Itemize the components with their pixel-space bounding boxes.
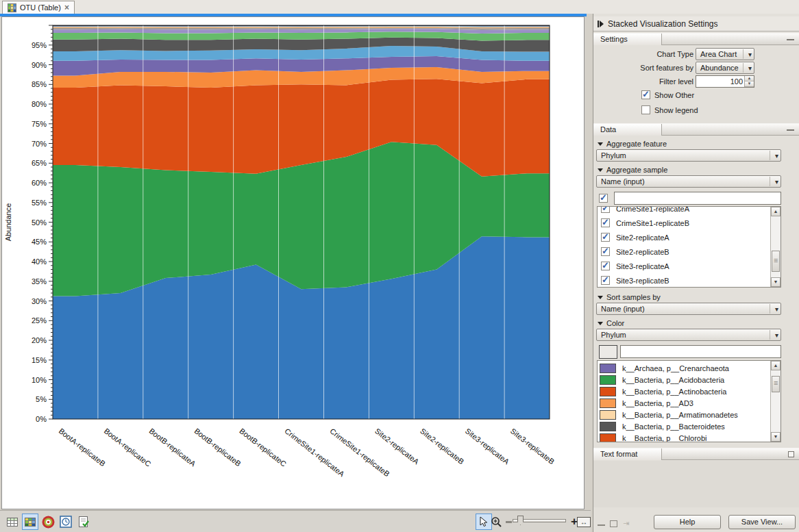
sample-checkbox[interactable] xyxy=(601,233,610,242)
y-tick-label: 70% xyxy=(32,140,47,148)
stacked-chart-view-icon[interactable] xyxy=(22,514,38,530)
text-format-body xyxy=(593,461,799,507)
color-dropdown[interactable]: Phylum xyxy=(596,329,781,341)
float-panel-icon[interactable] xyxy=(610,520,617,527)
sample-label: Site2-replicateB xyxy=(616,248,669,256)
y-axis-title: Abundance xyxy=(4,203,12,242)
sample-checkbox[interactable] xyxy=(601,206,610,213)
sort-features-dropdown[interactable]: Abundance xyxy=(696,62,754,74)
chart-type-dropdown[interactable]: Area Chart xyxy=(696,48,754,60)
help-button[interactable]: Help xyxy=(654,515,721,529)
sample-list-scrollbar[interactable]: ▲ ▼ xyxy=(770,207,780,287)
sample-label: CrimeSite1-replicateA xyxy=(616,206,689,213)
sample-checkbox[interactable] xyxy=(601,218,610,227)
tab-otu-table[interactable]: OTU (Table) × xyxy=(2,1,75,14)
color-group[interactable]: Color xyxy=(598,319,624,327)
sample-checkbox[interactable] xyxy=(601,262,610,270)
color-swatch xyxy=(600,433,616,443)
report-view-icon[interactable] xyxy=(75,514,92,530)
y-tick-label: 10% xyxy=(32,376,47,384)
select-all-samples-checkbox[interactable] xyxy=(599,194,608,203)
color-legend-item[interactable]: k__Bacteria, p__Chlorobi xyxy=(598,432,780,442)
filter-level-label: Filter level xyxy=(600,75,693,88)
table-view-icon[interactable] xyxy=(4,514,21,530)
show-legend-checkbox[interactable] xyxy=(641,105,650,114)
scroll-up-icon[interactable]: ▲ xyxy=(771,361,780,370)
taxon-label: k__Bacteria, p__Chlorobi xyxy=(622,434,707,442)
clock-view-icon[interactable] xyxy=(58,514,74,530)
sample-list-item[interactable]: CrimeSite1-replicateA xyxy=(598,206,780,216)
sort-samples-group[interactable]: Sort samples by xyxy=(598,293,661,301)
aggregate-sample-group[interactable]: Aggregate sample xyxy=(598,166,667,174)
chevron-down-icon xyxy=(598,142,603,146)
y-tick-label: 95% xyxy=(32,41,47,49)
collapse-panel-icon[interactable] xyxy=(598,21,604,27)
x-axis-label: BootA-replicateC xyxy=(103,427,153,468)
minimize-section-icon[interactable] xyxy=(787,129,794,131)
y-tick-label: 55% xyxy=(32,199,47,207)
y-tick-label: 5% xyxy=(36,395,47,403)
sample-list-item[interactable]: Site2-replicateB xyxy=(598,244,780,259)
save-view-button[interactable]: Save View... xyxy=(728,515,796,529)
tab-bar: OTU (Table) × xyxy=(0,0,799,14)
fit-width-icon[interactable]: ↔ xyxy=(576,514,592,530)
minimize-section-icon[interactable] xyxy=(787,39,794,40)
sample-checkbox[interactable] xyxy=(601,247,610,256)
side-panel: Stacked Visualization Settings Settings … xyxy=(593,14,799,532)
color-legend-item[interactable]: k__Bacteria, p__AD3 xyxy=(598,397,780,409)
color-filter-input[interactable] xyxy=(620,345,781,358)
color-swatch xyxy=(600,364,616,373)
chevron-down-icon xyxy=(598,296,603,299)
scroll-up-icon[interactable]: ▲ xyxy=(771,207,780,216)
sort-features-label: Sort features by xyxy=(600,62,693,74)
side-panel-header: Stacked Visualization Settings xyxy=(593,16,799,31)
y-tick-label: 40% xyxy=(32,257,47,266)
y-tick-label: 50% xyxy=(32,218,47,227)
color-swatch xyxy=(600,410,616,420)
sample-label: Site2-replicateA xyxy=(616,233,669,242)
aggregate-feature-group[interactable]: Aggregate feature xyxy=(598,140,667,148)
chevron-down-icon xyxy=(598,168,603,172)
data-section-header[interactable]: Data xyxy=(593,123,799,136)
y-tick-label: 30% xyxy=(32,297,47,305)
show-other-checkbox[interactable] xyxy=(641,90,650,99)
color-swatch xyxy=(600,387,616,396)
close-icon[interactable]: × xyxy=(64,4,69,11)
filter-level-spinner[interactable]: 100 ▲▼ xyxy=(696,75,754,88)
aggregate-sample-dropdown[interactable]: Name (input) xyxy=(596,175,781,188)
sample-list-item[interactable]: CrimeSite1-replicateB xyxy=(598,216,780,230)
band-03-orange-red xyxy=(53,79,550,177)
sample-label: Site3-replicateA xyxy=(616,262,669,270)
color-legend-item[interactable]: k__Archaea, p__Crenarchaeota xyxy=(598,362,780,374)
x-axis-label: BootA-replicateB xyxy=(58,427,107,468)
y-tick-label: 75% xyxy=(32,120,47,128)
chevron-down-icon xyxy=(598,322,603,325)
sample-list-item[interactable]: Site3-replicateB xyxy=(598,273,780,288)
sample-checkbox[interactable] xyxy=(601,276,610,285)
spin-down-icon[interactable]: ▼ xyxy=(745,81,754,87)
color-swatch-button[interactable] xyxy=(599,345,617,359)
expand-section-icon[interactable] xyxy=(788,451,794,457)
sort-samples-dropdown[interactable]: Name (input) xyxy=(596,303,781,315)
color-legend-item[interactable]: k__Bacteria, p__Acidobacteria xyxy=(598,374,780,385)
sample-list-item[interactable]: Site3-replicateA xyxy=(598,259,780,273)
spin-up-icon[interactable]: ▲ xyxy=(745,76,754,81)
sunburst-view-icon[interactable] xyxy=(40,514,56,530)
color-legend-item[interactable]: k__Bacteria, p__Armatimonadetes xyxy=(598,409,780,420)
collapse-all-icon[interactable] xyxy=(598,524,605,526)
scroll-down-icon[interactable]: ▼ xyxy=(771,432,780,442)
color-legend-item[interactable]: k__Bacteria, p__Bacteroidetes xyxy=(598,420,780,432)
text-format-section-header[interactable]: Text format xyxy=(593,448,799,460)
sample-filter-input[interactable] xyxy=(614,192,781,205)
taxon-label: k__Bacteria, p__Armatimonadetes xyxy=(622,411,738,419)
sample-list-item[interactable]: Site2-replicateA xyxy=(598,230,780,244)
settings-section-header[interactable]: Settings xyxy=(593,33,799,45)
aggregate-feature-dropdown[interactable]: Phylum xyxy=(596,149,781,162)
color-list-scrollbar[interactable]: ▲ ▼ xyxy=(770,361,780,442)
color-legend-item[interactable]: k__Bacteria, p__Actinobacteria xyxy=(598,385,780,397)
chart-type-label: Chart Type xyxy=(600,48,693,60)
scroll-down-icon[interactable]: ▼ xyxy=(771,277,780,287)
chart-pane: 0%5%10%15%20%25%30%35%40%45%50%55%60%65%… xyxy=(1,16,585,509)
color-swatch xyxy=(600,375,616,385)
zoom-slider-thumb[interactable] xyxy=(517,516,524,525)
